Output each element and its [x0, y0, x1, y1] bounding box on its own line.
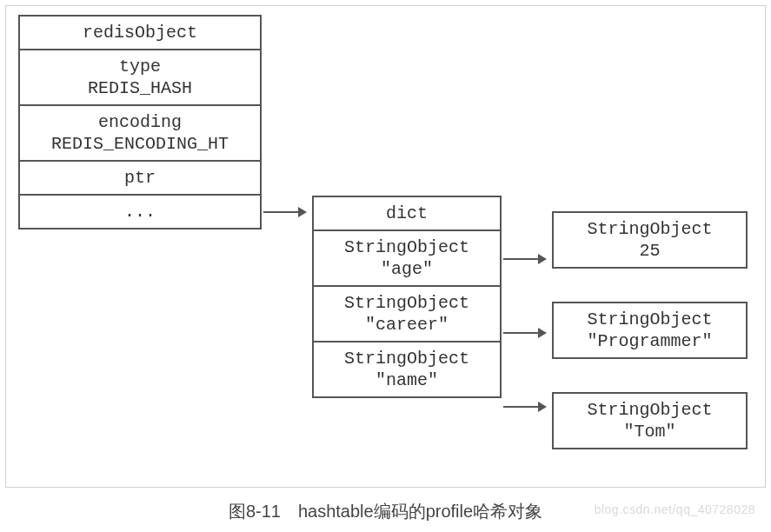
- dict-entry-name: StringObject "name": [314, 342, 500, 396]
- watermark-text: blog.csdn.net/qq_40728028: [595, 502, 755, 516]
- arrow-ptr-to-dict: [263, 211, 305, 213]
- value-box-age: StringObject 25: [552, 211, 748, 269]
- redis-object-type: type REDIS_HASH: [20, 50, 260, 106]
- redis-object-box: redisObject type REDIS_HASH encoding RED…: [18, 15, 262, 229]
- diagram-canvas: redisObject type REDIS_HASH encoding RED…: [5, 5, 766, 488]
- value-box-name: StringObject "Tom": [552, 392, 748, 449]
- redis-object-title: redisObject: [20, 17, 260, 50]
- value-age: StringObject 25: [554, 213, 746, 267]
- redis-object-more: ...: [20, 196, 260, 228]
- value-career: StringObject "Programmer": [554, 303, 746, 357]
- value-name: StringObject "Tom": [554, 394, 746, 448]
- arrow-name-to-value: [503, 406, 545, 408]
- dict-title: dict: [314, 197, 500, 231]
- arrow-career-to-value: [503, 332, 545, 334]
- redis-object-ptr: ptr: [20, 162, 260, 196]
- value-box-career: StringObject "Programmer": [552, 302, 748, 359]
- arrow-age-to-value: [503, 258, 545, 260]
- redis-object-encoding: encoding REDIS_ENCODING_HT: [20, 106, 260, 162]
- dict-box: dict StringObject "age" StringObject "ca…: [312, 196, 502, 398]
- dict-entry-career: StringObject "career": [314, 287, 500, 342]
- dict-entry-age: StringObject "age": [314, 231, 500, 287]
